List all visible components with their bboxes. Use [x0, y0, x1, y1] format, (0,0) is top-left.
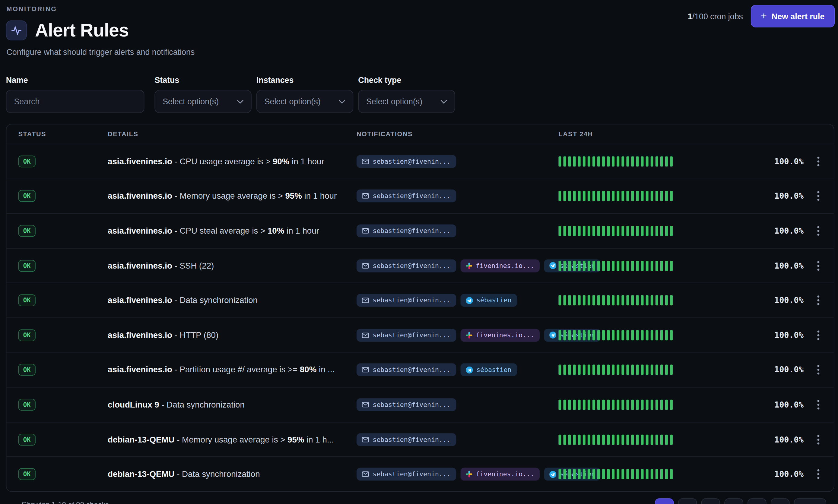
row-menu-button[interactable]	[815, 467, 822, 481]
uptime-bar	[636, 191, 639, 201]
kebab-icon	[817, 365, 820, 375]
uptime-bar	[588, 260, 590, 271]
table-row[interactable]: OK asia.fivenines.io - CPU usage average…	[6, 144, 834, 178]
uptime-bar	[636, 330, 639, 340]
uptime-percent: 100.0%	[774, 469, 804, 479]
notification-badge-email: sebastien@fivenin...	[356, 363, 456, 377]
uptime-bar	[660, 156, 663, 166]
instances-filter-select[interactable]: Select option(s)	[257, 90, 353, 113]
uptime-bar	[558, 400, 561, 410]
uptime-bars	[558, 400, 673, 410]
details-separator: -	[172, 261, 180, 270]
table-row[interactable]: OK debian-13-QEMU - Memory usage average…	[6, 422, 834, 456]
row-menu-button[interactable]	[815, 328, 822, 342]
uptime-bar	[573, 434, 576, 445]
uptime-bar	[612, 226, 614, 236]
page-button-1[interactable]: 1	[654, 498, 673, 504]
check-type-filter-select[interactable]: Select option(s)	[358, 90, 455, 113]
page-subtitle: Configure what should trigger alerts and…	[6, 47, 195, 56]
table-row[interactable]: OK cloudLinux 9 - Data synchronization s…	[6, 387, 834, 422]
uptime-bar	[626, 330, 629, 340]
details-text: 90%	[273, 157, 289, 165]
uptime-bar	[568, 434, 571, 445]
uptime-bar	[583, 226, 586, 236]
status-filter-select[interactable]: Select option(s)	[154, 90, 251, 113]
uptime-percent: 100.0%	[774, 295, 804, 305]
notification-label: sébastien	[476, 366, 511, 374]
uptime-bar	[641, 156, 644, 166]
uptime-bars	[558, 330, 673, 340]
row-menu-button[interactable]	[815, 154, 822, 168]
column-header-status: STATUS	[18, 130, 46, 138]
page-button-2[interactable]: 2	[678, 498, 697, 504]
search-input[interactable]	[6, 90, 144, 113]
table-row[interactable]: OK asia.fivenines.io - Memory usage aver…	[6, 178, 834, 213]
status-filter-label: Status	[154, 75, 251, 85]
uptime-bar	[573, 295, 576, 306]
uptime-bar	[597, 469, 600, 479]
notification-badge-email: sebastien@fivenin...	[356, 468, 456, 481]
filters-bar: Name Status Select option(s) Instances S…	[6, 75, 455, 113]
uptime-bar	[563, 156, 566, 166]
row-menu-button[interactable]	[815, 363, 822, 377]
uptime-bar	[670, 434, 673, 445]
uptime-percent: 100.0%	[774, 157, 804, 166]
page-button-5[interactable]: 5	[747, 498, 766, 504]
uptime-bar	[563, 400, 566, 410]
uptime-bar	[607, 330, 610, 340]
uptime-percent: 100.0%	[774, 226, 804, 236]
table-row[interactable]: OK asia.fivenines.io - CPU steal average…	[6, 213, 834, 248]
uptime-bar	[631, 365, 634, 375]
uptime-bar	[636, 260, 639, 271]
uptime-bar	[646, 191, 649, 201]
next-page-button[interactable]: Next	[794, 498, 826, 504]
uptime-bar	[616, 226, 619, 236]
uptime-bar	[656, 434, 658, 445]
envelope-icon	[362, 298, 369, 303]
details-text: Data synchronization	[167, 400, 244, 409]
row-menu-button[interactable]	[815, 258, 822, 273]
row-menu-button[interactable]	[815, 397, 822, 412]
table-row[interactable]: OK debian-13-QEMU - Data synchronization…	[6, 457, 834, 491]
uptime-bar	[573, 400, 576, 410]
uptime-bar	[665, 156, 668, 166]
row-menu-button[interactable]	[815, 293, 822, 307]
uptime-bar	[636, 156, 639, 166]
row-menu-button[interactable]	[815, 224, 822, 238]
telegram-icon	[549, 471, 556, 478]
page-button-6[interactable]: 6	[770, 498, 789, 504]
row-menu-button[interactable]	[815, 432, 822, 447]
page-button-4[interactable]: 4	[724, 498, 743, 504]
uptime-bar	[641, 191, 644, 201]
uptime-bar	[622, 226, 624, 236]
table-row[interactable]: OK asia.fivenines.io - Data synchronizat…	[6, 283, 834, 318]
previous-page-button[interactable]: Previous	[603, 498, 650, 504]
notification-badge-email: sebastien@fivenin...	[356, 328, 456, 342]
uptime-bar	[588, 365, 590, 375]
table-row[interactable]: OK asia.fivenines.io - HTTP (80) sebasti…	[6, 318, 834, 352]
uptime-bar	[612, 191, 614, 201]
table-row[interactable]: OK asia.fivenines.io - SSH (22) sebastie…	[6, 248, 834, 283]
uptime-bar	[578, 365, 581, 375]
uptime-bar	[636, 434, 639, 445]
uptime-bar	[651, 260, 653, 271]
status-badge: OK	[18, 329, 36, 341]
uptime-bar	[573, 191, 576, 201]
uptime-bar	[592, 191, 595, 201]
details-text: in 1 hour	[289, 157, 324, 165]
uptime-bar	[631, 469, 634, 479]
new-alert-rule-button[interactable]: + New alert rule	[751, 5, 835, 28]
table-row[interactable]: OK asia.fivenines.io - Partition usage #…	[6, 353, 834, 387]
check-type-filter-label: Check type	[358, 75, 455, 85]
uptime-bar	[583, 295, 586, 306]
row-menu-button[interactable]	[815, 189, 822, 203]
uptime-bar	[597, 295, 600, 306]
uptime-bar	[665, 260, 668, 271]
uptime-bar	[665, 434, 668, 445]
uptime-bar	[568, 469, 571, 479]
page-button-3[interactable]: 3	[701, 498, 720, 504]
uptime-bar	[558, 226, 561, 236]
uptime-bar	[583, 400, 586, 410]
uptime-bar	[670, 365, 673, 375]
row-details: asia.fivenines.io - CPU usage average is…	[108, 157, 324, 166]
